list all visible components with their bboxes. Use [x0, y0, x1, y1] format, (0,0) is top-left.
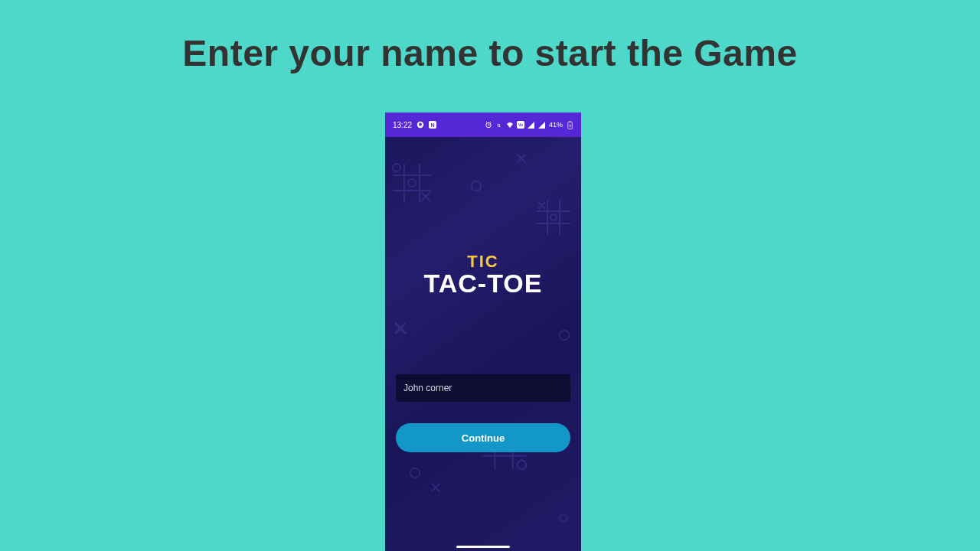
battery-icon — [566, 121, 573, 129]
svg-point-30 — [518, 461, 527, 470]
wifi-icon — [506, 121, 514, 129]
status-time: 13:22 — [393, 121, 412, 129]
volte-icon: Vo — [517, 121, 524, 129]
svg-point-13 — [408, 179, 416, 187]
svg-line-32 — [431, 483, 439, 491]
status-left: 13:22 N — [393, 121, 436, 129]
status-battery: 41% — [549, 121, 563, 129]
signal-icon-1 — [528, 121, 535, 129]
svg-line-33 — [431, 483, 439, 491]
svg-line-15 — [517, 154, 525, 162]
logo-line-2: TAC-TOE — [385, 269, 581, 298]
game-logo: TIC TAC-TOE — [385, 252, 581, 298]
whatsapp-icon — [416, 121, 424, 129]
signal-icon-2 — [538, 121, 546, 129]
svg-line-5 — [490, 122, 491, 122]
svg-point-34 — [560, 514, 567, 522]
svg-line-23 — [395, 323, 406, 334]
app-notif-icon: N — [429, 121, 436, 129]
svg-line-4 — [486, 122, 487, 122]
phone-frame: 13:22 N ⇅ Vo 41% — [385, 112, 581, 551]
background-pattern — [385, 137, 581, 551]
svg-point-24 — [560, 331, 570, 341]
svg-point-14 — [472, 181, 482, 191]
status-right: ⇅ Vo 41% — [485, 121, 573, 129]
svg-rect-7 — [569, 121, 570, 122]
svg-point-31 — [410, 468, 420, 478]
page-title: Enter your name to start the Game — [0, 0, 980, 74]
svg-point-21 — [550, 214, 557, 220]
status-bar: 13:22 N ⇅ Vo 41% — [385, 112, 581, 137]
svg-line-16 — [517, 154, 525, 162]
svg-line-22 — [395, 323, 406, 334]
svg-point-12 — [393, 164, 400, 171]
data-icon: ⇅ — [495, 121, 503, 129]
name-input[interactable] — [396, 374, 570, 402]
alarm-icon — [485, 121, 492, 129]
continue-button[interactable]: Continue — [396, 423, 570, 452]
android-nav-bar[interactable] — [456, 546, 510, 548]
phone-body: TIC TAC-TOE Continue — [385, 137, 581, 551]
